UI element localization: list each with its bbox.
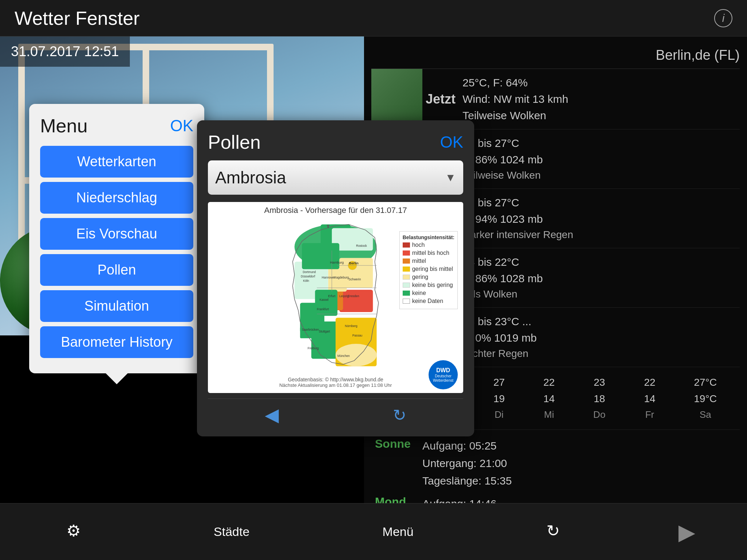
- svg-text:Köln: Köln: [303, 279, 309, 283]
- svg-text:Leipzig: Leipzig: [339, 295, 349, 298]
- svg-text:Magdeburg: Magdeburg: [334, 276, 349, 279]
- location-header: Berlin,de (FL): [371, 44, 740, 69]
- mo-info: 19 bis 27°C F: 86% 1024 mb Teilweise Wol…: [459, 129, 740, 188]
- legend-keine: keine: [403, 290, 454, 296]
- menu-item-wetterkarten[interactable]: Wetterkarten: [40, 146, 193, 178]
- refresh-icon: ↻: [546, 521, 560, 540]
- pollen-dropdown[interactable]: Ambrosia ▼: [208, 160, 463, 195]
- do-info: 18 bis 23°C ... F: 0% 1019 mb leichter R…: [459, 308, 740, 367]
- pollen-back-button[interactable]: ◀: [265, 404, 279, 425]
- trend-col-fr: 22 14 Fr: [644, 374, 655, 422]
- menu-panel: Menu OK Wetterkarten Niederschlag Eis Vo…: [29, 104, 204, 373]
- di-info: 19 bis 27°C F: 94% 1023 mb starker inten…: [459, 189, 740, 248]
- menu-item-simulation[interactable]: Simulation: [40, 290, 193, 322]
- pollen-dropdown-arrow: ▼: [445, 171, 456, 184]
- svg-text:Berlin: Berlin: [349, 261, 359, 265]
- legend-mittel-bis-hoch: mittel bis hoch: [403, 250, 454, 256]
- svg-text:Hannover: Hannover: [322, 276, 335, 279]
- menu-item-niederschlag[interactable]: Niederschlag: [40, 182, 193, 214]
- pollen-footer: ◀ ↻: [208, 398, 463, 425]
- legend-keine-daten: keine Daten: [403, 298, 454, 304]
- pollen-panel: Pollen OK Ambrosia ▼ Ambrosia - Vorhersa…: [197, 120, 474, 436]
- svg-text:Nürnberg: Nürnberg: [345, 324, 358, 328]
- svg-text:Dresden: Dresden: [348, 295, 359, 298]
- legend-gering-bis-mittel: gering bis mittel: [403, 266, 454, 272]
- trend-col-sa: 27°C 19°C Sa: [694, 374, 717, 422]
- svg-text:Düsseldorf: Düsseldorf: [301, 275, 316, 278]
- menue-label: Menü: [383, 525, 414, 539]
- mi-info: 14 bis 22°C F: 86% 1028 mb teils Wolken: [459, 248, 740, 307]
- svg-text:Freiburg: Freiburg: [307, 347, 319, 350]
- legend-hoch: hoch: [403, 242, 454, 248]
- svg-text:Saarbrücken: Saarbrücken: [302, 328, 319, 331]
- sun-label: Sonne: [375, 437, 422, 490]
- current-weather-info: 25°C, F: 64% Wind: NW mit 13 kmh Teilwei…: [459, 69, 740, 129]
- sun-content: Aufgang: 05:25 Untergang: 21:00 Tageslän…: [422, 437, 736, 490]
- settings-button[interactable]: ⚙: [52, 518, 95, 546]
- svg-text:Passau: Passau: [352, 334, 363, 337]
- svg-rect-6: [339, 290, 373, 312]
- menu-ok-button[interactable]: OK: [170, 117, 193, 135]
- top-bar: Wetter Fenster i: [0, 0, 747, 36]
- svg-text:Hamburg: Hamburg: [330, 261, 344, 264]
- staedte-button[interactable]: Städte: [199, 521, 264, 542]
- refresh-button[interactable]: ↻: [532, 518, 574, 546]
- menu-header: Menu OK: [40, 115, 193, 137]
- sun-row: Sonne Aufgang: 05:25 Untergang: 21:00 Ta…: [375, 437, 736, 490]
- svg-text:Erfurt: Erfurt: [328, 295, 336, 298]
- svg-text:Dortmund: Dortmund: [303, 271, 316, 274]
- menu-item-eis-vorschau[interactable]: Eis Vorschau: [40, 218, 193, 250]
- svg-rect-10: [302, 243, 339, 269]
- pollen-title: Pollen: [208, 131, 261, 153]
- svg-text:Stuttgart: Stuttgart: [319, 330, 330, 333]
- staedte-label: Städte: [214, 525, 249, 539]
- trend-col-mi: 22 14 Mi: [543, 374, 555, 422]
- menu-title: Menu: [40, 115, 88, 137]
- datetime-bar: 31.07.2017 12:51: [0, 36, 130, 67]
- svg-text:München: München: [337, 354, 350, 358]
- gear-icon: ⚙: [66, 521, 81, 540]
- map-title: Ambrosia - Vorhersage für den 31.07.17: [212, 206, 460, 215]
- pollen-refresh-button[interactable]: ↻: [393, 406, 406, 424]
- bottom-bar: ⚙ Städte Menü ↻ ▶: [0, 503, 747, 560]
- info-icon[interactable]: i: [714, 9, 732, 27]
- dwd-logo: DWD Deutscher Wetterdienst: [429, 360, 458, 389]
- play-button[interactable]: ▶: [678, 519, 695, 545]
- menue-button[interactable]: Menü: [368, 521, 428, 542]
- svg-text:Kassel: Kassel: [320, 298, 329, 302]
- geo-credit: Geodatenbasis: © http://www.bkg.bund.de …: [212, 375, 460, 389]
- pollen-dropdown-label: Ambrosia: [215, 168, 286, 187]
- svg-text:Rostock: Rostock: [356, 244, 367, 248]
- pollen-map-area: Ambrosia - Vorhersage für den 31.07.17: [208, 202, 463, 393]
- pollen-legend: Belastungsintensität: hoch mittel bis ho…: [399, 231, 458, 309]
- trend-col-di: 27 19 Di: [494, 374, 505, 422]
- pollen-ok-button[interactable]: OK: [440, 133, 463, 151]
- trend-col-do: 23 18 Do: [593, 374, 605, 422]
- legend-gering: gering: [403, 274, 454, 280]
- svg-text:Schwerin: Schwerin: [349, 278, 361, 281]
- app-title: Wetter Fenster: [15, 7, 140, 29]
- svg-text:Frankfurt: Frankfurt: [317, 308, 329, 311]
- menu-item-pollen[interactable]: Pollen: [40, 254, 193, 286]
- legend-mittel: mittel: [403, 258, 454, 264]
- pollen-header: Pollen OK: [208, 131, 463, 153]
- menu-item-barometer-history[interactable]: Barometer History: [40, 326, 193, 358]
- legend-keine-bis-gering: keine bis gering: [403, 282, 454, 288]
